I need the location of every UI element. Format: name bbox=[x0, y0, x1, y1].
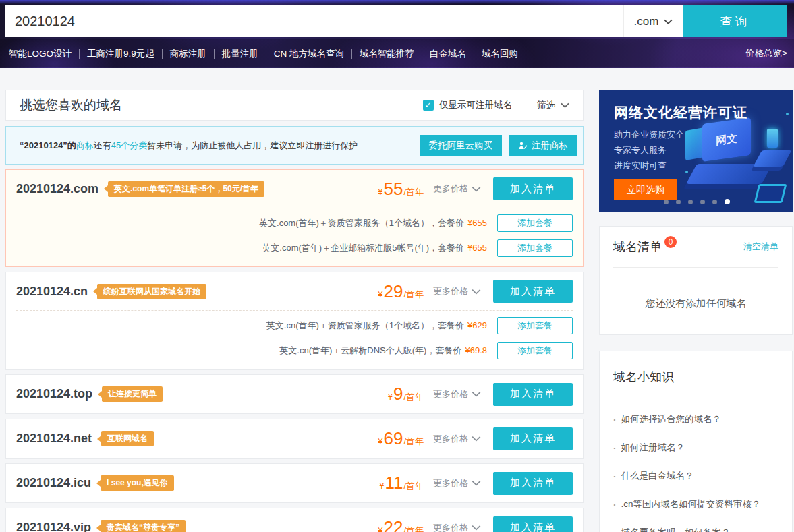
notice-buttons: 委托阿里云购买 注册商标 bbox=[420, 135, 578, 156]
add-to-cart-button[interactable]: 加入清单 bbox=[493, 177, 573, 200]
domain-row-net: 20210124.net 互联网域名 ¥ 69 /首年 更多价格 加入清单 bbox=[5, 419, 584, 459]
chevron-down-icon bbox=[472, 436, 481, 442]
register-trademark-button[interactable]: 注册商标 bbox=[509, 135, 577, 156]
price-unit: /首年 bbox=[403, 436, 424, 448]
package-row: 英文.com(首年)＋资质管家服务（1个域名），套餐价 ¥655 添加套餐 bbox=[6, 210, 583, 235]
nav-item-trademark-register[interactable]: 商标注册 bbox=[163, 49, 215, 59]
more-prices-dropdown[interactable]: 更多价格 bbox=[433, 285, 481, 297]
domain-name: 20210124.cn bbox=[16, 285, 88, 299]
package-row: 英文.cn(首年)＋资质管家服务（1个域名），套餐价 ¥629 添加套餐 bbox=[6, 313, 583, 338]
knowledge-link[interactable]: 如何注册域名？ bbox=[613, 434, 778, 462]
cart-empty-text: 您还没有添加任何域名 bbox=[613, 268, 778, 310]
nav-item-cn-local-query[interactable]: CN 地方域名查询 bbox=[266, 49, 352, 59]
checkbox-checked-icon[interactable] bbox=[423, 100, 434, 111]
nav-item-batch-register[interactable]: 批量注册 bbox=[215, 49, 266, 59]
price: ¥ 55 /首年 bbox=[378, 180, 424, 198]
price-value: 9 bbox=[393, 385, 403, 403]
chevron-down-icon bbox=[472, 289, 481, 295]
currency-symbol: ¥ bbox=[378, 436, 382, 446]
currency-symbol: ¥ bbox=[378, 187, 382, 197]
more-prices-dropdown[interactable]: 更多价格 bbox=[433, 522, 481, 532]
package-price: ¥655 bbox=[467, 243, 487, 253]
add-package-button[interactable]: 添加套餐 bbox=[497, 214, 573, 232]
domain-row-cn: 20210124.cn 缤纷互联网从国家域名开始 ¥ 29 /首年 更多价格 加… bbox=[5, 272, 584, 370]
clear-cart-link[interactable]: 清空清单 bbox=[743, 241, 778, 253]
filter-dropdown[interactable]: 筛选 bbox=[523, 90, 583, 120]
package-row: 英文.com(首年)＋企业邮箱标准版5帐号(年)，套餐价 ¥655 添加套餐 bbox=[6, 235, 583, 260]
package-list: 英文.cn(首年)＋资质管家服务（1个域名），套餐价 ¥629 添加套餐 英文.… bbox=[6, 311, 583, 369]
carousel-dot[interactable] bbox=[700, 200, 705, 204]
carousel-dot[interactable] bbox=[676, 200, 681, 204]
nav-item-business-register[interactable]: 工商注册9.9元起 bbox=[80, 49, 163, 59]
only-available-checkbox-group[interactable]: 仅显示可注册域名 bbox=[412, 90, 523, 120]
carousel-dot[interactable] bbox=[664, 200, 669, 204]
banner-title: 网络文化经营许可证 bbox=[614, 103, 747, 122]
more-prices-dropdown[interactable]: 更多价格 bbox=[433, 433, 481, 445]
promo-badge: 缤纷互联网从国家域名开始 bbox=[97, 284, 206, 299]
domain-row-icu: 20210124.icu I see you,遇见你 ¥ 11 /首年 更多价格… bbox=[5, 463, 584, 503]
more-prices-dropdown[interactable]: 更多价格 bbox=[433, 183, 481, 195]
currency-symbol: ¥ bbox=[388, 392, 393, 402]
price-unit: /首年 bbox=[403, 289, 424, 301]
nav-item-domain-buyback[interactable]: 域名回购 bbox=[474, 49, 526, 59]
promo-badge: 贵宾域名“尊贵专享” bbox=[101, 520, 186, 532]
promo-badge: 英文.com单笔订单注册≥5个，50元/首年 bbox=[108, 181, 264, 197]
add-package-button[interactable]: 添加套餐 bbox=[497, 342, 573, 359]
carousel-dot[interactable] bbox=[712, 200, 717, 204]
add-to-cart-button[interactable]: 加入清单 bbox=[493, 280, 573, 303]
package-desc: 英文.com(首年)＋资质管家服务（1个域名），套餐价 bbox=[259, 217, 464, 229]
domain-name: 20210124.vip bbox=[16, 521, 91, 532]
domain-row-top: 20210124.top 让连接更简单 ¥ 9 /首年 更多价格 加入清单 bbox=[5, 374, 584, 414]
nav-item-smart-recommend[interactable]: 域名智能推荐 bbox=[352, 49, 422, 59]
top-nav: 智能LOGO设计 工商注册9.9元起 商标注册 批量注册 CN 地方域名查询 域… bbox=[0, 39, 794, 67]
tld-selector[interactable]: .com bbox=[623, 5, 683, 37]
knowledge-title: 域名小知识 bbox=[613, 351, 778, 385]
chevron-down-icon bbox=[472, 525, 481, 531]
add-to-cart-button[interactable]: 加入清单 bbox=[493, 516, 573, 532]
nav-item-platinum-domain[interactable]: 白金域名 bbox=[422, 49, 474, 59]
knowledge-link[interactable]: 域名要备案吗，如何备案？ bbox=[613, 519, 778, 532]
currency-symbol: ¥ bbox=[378, 525, 382, 532]
price: ¥ 22 /首年 bbox=[378, 519, 424, 532]
promo-banner[interactable]: 网文 网络文化经营许可证 助力企业资质安全 专家专人服务 进度实时可查 立即选购 bbox=[599, 90, 793, 212]
banner-screen-text: 网文 bbox=[702, 117, 751, 162]
more-prices-dropdown[interactable]: 更多价格 bbox=[433, 477, 481, 490]
knowledge-link[interactable]: .cn等国内域名如何提交资料审核？ bbox=[613, 490, 778, 519]
package-desc: 英文.com(首年)＋企业邮箱标准版5帐号(年)，套餐价 bbox=[262, 242, 464, 254]
promo-badge: 互联网域名 bbox=[101, 431, 154, 446]
buy-now-button[interactable]: 立即选购 bbox=[614, 179, 677, 200]
add-package-button[interactable]: 添加套餐 bbox=[497, 239, 573, 257]
carousel-dot[interactable] bbox=[688, 200, 693, 204]
carousel-dot-active[interactable] bbox=[725, 199, 730, 204]
notice-query-text: “20210124”的 bbox=[20, 140, 76, 152]
trademark-link[interactable]: 商标 bbox=[76, 140, 94, 152]
package-price: ¥655 bbox=[467, 218, 487, 228]
picker-header: 挑选您喜欢的域名 仅显示可注册域名 筛选 bbox=[5, 90, 584, 121]
add-to-cart-button[interactable]: 加入清单 bbox=[493, 427, 573, 450]
picker-controls: 仅显示可注册域名 筛选 bbox=[412, 90, 583, 120]
search-input[interactable] bbox=[5, 5, 623, 37]
add-to-cart-button[interactable]: 加入清单 bbox=[493, 383, 573, 406]
price-overview-link[interactable]: 价格总览> bbox=[745, 47, 790, 59]
domain-search-bar: .com 查询 bbox=[5, 5, 787, 37]
chevron-down-icon bbox=[472, 186, 481, 192]
categories-link[interactable]: 45个分类 bbox=[111, 140, 147, 152]
more-prices-dropdown[interactable]: 更多价格 bbox=[433, 388, 481, 401]
search-button[interactable]: 查询 bbox=[683, 5, 787, 37]
domain-cart-card: 域名清单 0 清空清单 您还没有添加任何域名 bbox=[599, 226, 793, 335]
add-to-cart-button[interactable]: 加入清单 bbox=[493, 472, 573, 495]
price: ¥ 29 /首年 bbox=[378, 283, 424, 301]
tld-selected-value: .com bbox=[634, 15, 659, 28]
entrust-aliyun-buy-button[interactable]: 委托阿里云购买 bbox=[420, 135, 503, 156]
trademark-notice: “20210124”的 商标 还有 45个分类 暂未申请，为防止被他人占用，建议… bbox=[5, 126, 584, 165]
more-prices-label: 更多价格 bbox=[433, 433, 468, 445]
knowledge-link[interactable]: 什么是白金域名？ bbox=[613, 462, 778, 490]
knowledge-link[interactable]: 如何选择适合您的域名？ bbox=[613, 405, 778, 434]
add-package-button[interactable]: 添加套餐 bbox=[497, 317, 573, 334]
more-prices-label: 更多价格 bbox=[433, 285, 468, 297]
notice-rest-text: 暂未申请，为防止被他人占用，建议立即注册进行保护 bbox=[147, 140, 358, 152]
price-value: 11 bbox=[385, 474, 403, 492]
domain-row-com: 20210124.com 英文.com单笔订单注册≥5个，50元/首年 ¥ 55… bbox=[5, 169, 584, 267]
nav-item-logo-design[interactable]: 智能LOGO设计 bbox=[1, 49, 80, 59]
price-unit: /首年 bbox=[403, 391, 424, 403]
